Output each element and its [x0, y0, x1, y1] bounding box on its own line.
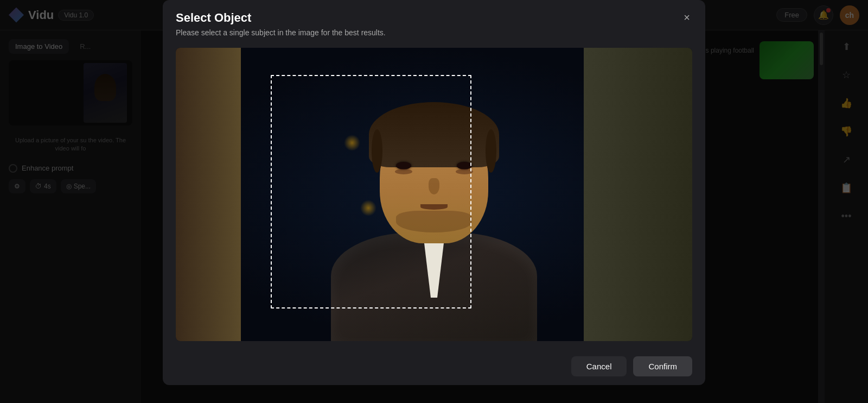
modal-backdrop: Select Object Please select a single sub… — [0, 0, 868, 403]
head — [380, 113, 488, 243]
bg-pillar-left — [176, 48, 241, 341]
hair — [369, 102, 499, 167]
select-object-modal: Select Object Please select a single sub… — [163, 0, 705, 385]
close-button[interactable]: × — [679, 10, 694, 25]
modal-body — [163, 41, 705, 348]
bg-pillar-right — [584, 48, 692, 341]
person-figure — [315, 80, 553, 341]
confirm-button[interactable]: Confirm — [633, 356, 692, 376]
modal-footer: Cancel Confirm — [163, 348, 705, 385]
modal-subtitle: Please select a single subject in the im… — [176, 28, 692, 37]
jacket — [331, 232, 537, 341]
cancel-button[interactable]: Cancel — [571, 356, 627, 376]
modal-header: Select Object Please select a single sub… — [163, 0, 705, 41]
modal-title: Select Object — [176, 11, 692, 25]
face-scene — [176, 48, 692, 341]
image-container[interactable] — [176, 48, 692, 341]
